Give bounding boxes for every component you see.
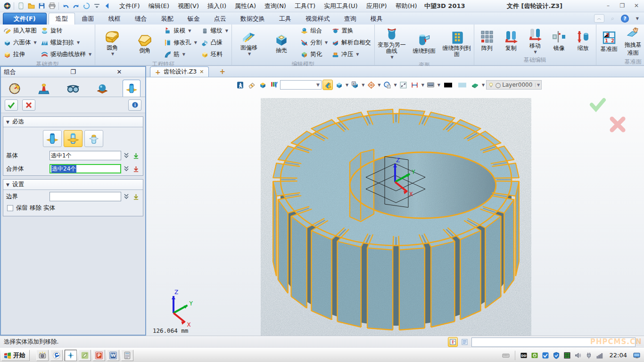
exit-sketch-button[interactable] (235, 80, 245, 90)
button-缠绕阵列到面[interactable]: 缠绕阵列到面 (442, 28, 471, 58)
ribbon-tab-数据交换[interactable]: 数据交换 (233, 13, 272, 25)
zw3d-app-button[interactable] (65, 350, 77, 361)
tab-close-icon[interactable]: ✕ (199, 69, 204, 75)
toolbar-panel-toggle-icon[interactable] (448, 337, 458, 347)
new-file-button[interactable] (16, 1, 26, 11)
powerpoint-button[interactable]: P (93, 350, 105, 361)
dropdown-arrow-icon[interactable]: ▼ (362, 83, 364, 87)
cancel-button[interactable] (22, 99, 35, 111)
ribbon-tab-装配[interactable]: 装配 (154, 13, 181, 25)
chevron-double-down-icon[interactable] (123, 151, 130, 160)
panel-tab-glasses-visual[interactable] (64, 80, 82, 97)
start-button[interactable]: 开始 (1, 350, 30, 361)
merge-input[interactable]: 选中24个 (50, 164, 121, 173)
button-复制[interactable]: 复制 (501, 28, 521, 53)
button-拔模[interactable]: 拔模▼ (163, 26, 198, 35)
screenshot-tool-button[interactable] (36, 350, 49, 361)
button-缠绕到面[interactable]: 缠绕到面 (410, 31, 439, 55)
dropdown-arrow-icon[interactable]: ▼ (534, 50, 537, 54)
calculator-button[interactable] (121, 350, 133, 361)
base-input[interactable]: 选中1个 (50, 151, 121, 160)
erase-button[interactable] (246, 80, 256, 90)
menu-编辑(E)[interactable]: 编辑(E) (144, 1, 173, 11)
qq-tray-icon[interactable] (542, 351, 550, 359)
panel-restore-icon[interactable]: ❐ (50, 69, 96, 75)
close-button[interactable]: ✕ (632, 1, 641, 10)
display-mode-button[interactable] (426, 80, 436, 90)
button-基准面[interactable]: 312基准面 (599, 29, 619, 54)
button-拉伸[interactable]: 拉伸 (2, 50, 38, 59)
button-分割[interactable]: 分割▼ (299, 38, 329, 47)
button-解析自相交[interactable]: 解析自相交 (330, 38, 372, 47)
dropdown-arrow-icon[interactable]: ▼ (346, 83, 348, 87)
menu-视图(V)[interactable]: 视图(V) (173, 1, 203, 11)
ribbon-tab-工具[interactable]: 工具 (272, 13, 298, 25)
menu-插入(I)[interactable]: 插入(I) (203, 1, 231, 11)
button-冲压[interactable]: 冲压▼ (330, 50, 372, 59)
button-修改孔[interactable]: 修改孔▼ (163, 38, 198, 47)
background-lightblue-button[interactable] (456, 80, 469, 90)
menu-实用工具(U)[interactable]: 实用工具(U) (320, 1, 362, 11)
restore-button[interactable]: ❐ (618, 1, 627, 10)
button-组合[interactable]: 组合 (299, 26, 329, 35)
tray-clock[interactable]: 22:04 (607, 352, 630, 359)
document-tab[interactable]: + 齿轮设计.Z3 ✕ (150, 66, 209, 77)
pick-from-list-icon-olive[interactable] (132, 192, 140, 201)
ribbon-tab-造型[interactable]: 造型 (49, 13, 75, 25)
boolean-add-button[interactable] (43, 130, 62, 147)
dropdown-arrow-icon[interactable]: ▼ (225, 29, 228, 33)
button-筋[interactable]: 筋▼ (163, 50, 198, 59)
menu-帮助(H)[interactable]: 帮助(H) (391, 1, 421, 11)
button-六面体[interactable]: 六面体▼ (2, 38, 38, 47)
button-插入草图[interactable]: 插入草图 (2, 26, 38, 35)
menu-查询(N)[interactable]: 查询(N) (260, 1, 290, 11)
browser-s-button[interactable] (50, 350, 63, 361)
button-缩放[interactable]: 缩放 (573, 28, 594, 53)
gear-model[interactable]: ZYXZYX (146, 77, 644, 336)
boolean-intersect-button[interactable] (84, 130, 103, 147)
button-变形为另一曲线[interactable]: 变形为另一曲线▼ (377, 25, 406, 61)
show-desktop-icon[interactable] (633, 351, 641, 359)
network-tray-icon[interactable] (596, 351, 604, 359)
panel-tab-combine-shape[interactable] (123, 80, 140, 97)
boolean-remove-button[interactable] (64, 130, 83, 147)
back-button[interactable] (102, 1, 112, 11)
dropdown-arrow-icon[interactable]: ▼ (535, 83, 540, 87)
button-镜像[interactable]: 镜像 (549, 28, 570, 53)
dropdown-arrow-icon[interactable]: ▼ (188, 29, 191, 33)
dropdown-arrow-icon[interactable]: ▼ (391, 54, 394, 60)
panel-close-icon[interactable]: ✕ (96, 69, 142, 75)
dropdown-arrow-icon[interactable]: ▼ (248, 51, 251, 57)
command-list-icon[interactable] (460, 337, 470, 347)
menu-文件(F)[interactable]: 文件(F) (115, 1, 144, 11)
file-tab[interactable]: 文件(F) (3, 13, 47, 25)
dropdown-arrow-icon[interactable]: ▼ (378, 83, 380, 87)
rotate-view-button[interactable] (322, 80, 333, 90)
zoom-window-button[interactable] (382, 80, 392, 90)
chevron-double-down-icon[interactable] (123, 192, 130, 201)
notes-app-button[interactable] (79, 350, 91, 361)
cancel-overlay-icon[interactable] (612, 119, 623, 130)
panel-tab-render-sphere[interactable] (93, 80, 111, 97)
power-tray-icon[interactable] (585, 351, 593, 359)
ribbon-tab-缝合[interactable]: 缝合 (128, 13, 154, 25)
layer-combo[interactable]: ◯Layer0000▼ (486, 80, 542, 90)
dropdown-arrow-icon[interactable]: ▼ (438, 83, 440, 87)
word-button[interactable]: W (107, 350, 119, 361)
new-tab-button[interactable]: + (215, 67, 229, 77)
viewport-3d[interactable]: ZYXZYX ▼▼4▼▼▼▼▼▼◯Layer0000▼ 126.064 mm (146, 77, 644, 336)
button-螺纹[interactable]: 螺纹▼ (200, 26, 229, 35)
boundary-input[interactable] (50, 192, 121, 201)
filter-combo[interactable]: ▼ (280, 80, 322, 90)
panel-tab-stamp-feature[interactable] (35, 80, 53, 97)
dropdown-arrow-icon[interactable]: ▼ (194, 41, 197, 45)
spin-view-button[interactable] (81, 1, 91, 11)
background-black-button[interactable] (442, 80, 455, 90)
chevron-double-down-icon[interactable] (123, 165, 130, 173)
multi-view-button[interactable]: 4 (350, 80, 360, 90)
print-button[interactable] (47, 1, 57, 11)
button-圆角[interactable]: 圆角▼ (98, 28, 127, 58)
ribbon-tab-视觉样式[interactable]: 视觉样式 (298, 13, 337, 25)
button-抽壳[interactable]: 抽壳 (267, 31, 296, 55)
wireframe-mode-button[interactable] (366, 80, 376, 90)
